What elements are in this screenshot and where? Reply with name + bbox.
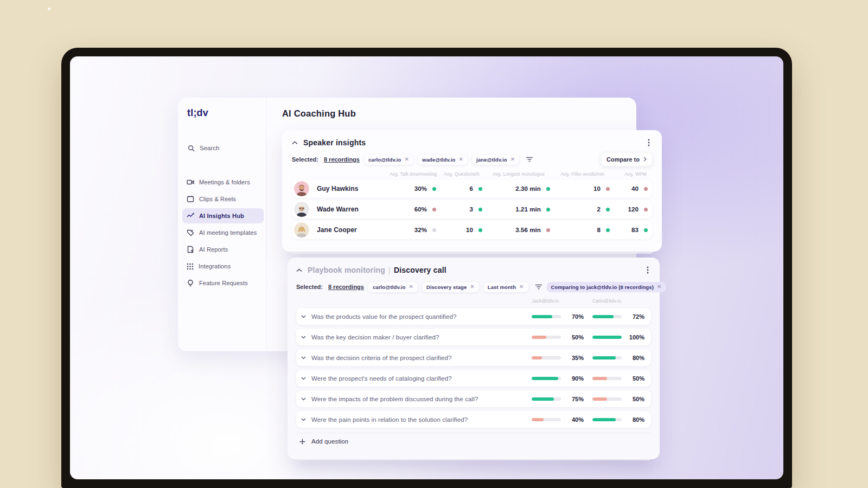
status-dot (546, 228, 550, 232)
question-row[interactable]: Were the prospect's needs of cataloging … (296, 370, 651, 387)
jack-score: 40% (529, 416, 590, 423)
close-icon[interactable]: ✕ (470, 284, 474, 290)
table-row[interactable]: Guy Hawkins 30% 6 2.30 min 10 40 (292, 179, 652, 198)
metric-monologue: 3.56 min (490, 227, 558, 233)
sidebar-item-label: AI Insights Hub (199, 213, 244, 219)
avatar (294, 222, 309, 237)
kebab-menu-icon[interactable] (646, 138, 652, 147)
sidebar: tl;dv Search Meetings & folders (178, 98, 267, 351)
status-dot (432, 187, 436, 191)
column-header: Avg. Talk time/meeting (390, 171, 444, 177)
status-dot (644, 187, 648, 191)
compare-to-button[interactable]: Compare to (601, 153, 652, 166)
chevron-up-icon[interactable] (292, 141, 298, 145)
metric-talk-time: 60% (390, 206, 444, 213)
metric-talk-time: 30% (390, 185, 444, 192)
sidebar-item-label: AI Reports (199, 246, 228, 253)
question-row[interactable]: Were the pain points in relation to the … (296, 411, 651, 428)
selected-recordings-link[interactable]: 8 recordings (328, 284, 364, 290)
metric-wpm: 83 (617, 227, 652, 233)
speaker-name: Wade Warren (314, 206, 390, 213)
close-icon[interactable]: ✕ (409, 284, 413, 290)
speaker-table-header: Avg. Talk time/meeting Avg. Questions/h … (292, 171, 652, 177)
metric-filler-words: 2 (558, 206, 617, 213)
filter-chip-wade[interactable]: wade@tldv.io ✕ (418, 155, 468, 165)
chevron-down-icon[interactable] (296, 418, 310, 421)
question-row[interactable]: Were the impacts of the problem discusse… (296, 390, 651, 407)
table-row[interactable]: Wade Warren 60% 3 1.21 min 2 120 (292, 200, 652, 219)
carlo-score: 80% (590, 416, 651, 423)
table-row[interactable]: Jane Cooper 32% 10 3.56 min 8 83 (292, 221, 652, 239)
metric-wpm: 120 (617, 206, 652, 213)
column-header-jack: Jack@tldv.io (529, 298, 590, 304)
jack-score: 70% (529, 313, 590, 320)
clips-icon (187, 195, 194, 203)
filter-icon[interactable] (526, 157, 533, 162)
close-icon[interactable]: ✕ (510, 157, 515, 162)
status-dot (644, 208, 648, 211)
sidebar-nav: Meetings & folders Clips & Reels AI Insi… (182, 175, 264, 291)
chevron-down-icon[interactable] (296, 397, 310, 401)
filter-chip-last-month[interactable]: Last month ✕ (483, 282, 528, 292)
status-dot (644, 228, 648, 232)
status-dot (478, 187, 482, 191)
jack-score: 90% (529, 375, 590, 382)
comparing-to-chip[interactable]: Comparing to jack@tldv.io (8 recordings)… (547, 282, 666, 292)
tldv-logo: tl;dv (187, 107, 208, 119)
metric-talk-time: 32% (390, 227, 444, 233)
status-dot (432, 208, 436, 211)
kebab-menu-icon[interactable] (644, 265, 651, 275)
chevron-down-icon[interactable] (296, 377, 310, 380)
comparing-to-label: Comparing to jack@tldv.io (8 recordings) (551, 284, 654, 290)
sidebar-item-ai-meeting-templates[interactable]: AI meeting templates (182, 225, 264, 240)
chevron-down-icon[interactable] (296, 356, 310, 359)
jack-score: 35% (529, 355, 590, 361)
chevron-down-icon[interactable] (296, 336, 310, 339)
sidebar-item-clips-reels[interactable]: Clips & Reels (182, 191, 264, 207)
sidebar-item-feature-requests[interactable]: Feature Requests (182, 275, 264, 291)
sidebar-item-ai-insights-hub[interactable]: AI Insights Hub (182, 208, 264, 223)
status-dot (546, 208, 550, 211)
sidebar-item-meetings-folders[interactable]: Meetings & folders (182, 175, 264, 190)
filter-chip-carlo[interactable]: carlo@tldv.io ✕ (364, 155, 413, 165)
close-icon[interactable]: ✕ (519, 284, 524, 290)
plus-icon (299, 439, 305, 445)
question-row[interactable]: Was the products value for the prospect … (296, 308, 651, 325)
filter-icon[interactable] (535, 284, 542, 290)
video-camera-icon (187, 178, 194, 186)
search-label: Search (200, 145, 219, 151)
filter-chip-discovery-stage[interactable]: Discovery stage ✕ (422, 282, 479, 292)
question-text: Were the prospect's needs of cataloging … (310, 375, 529, 382)
compare-to-label: Compare to (607, 156, 640, 163)
chevron-right-icon (643, 156, 647, 163)
metric-questions: 10 (444, 227, 490, 233)
question-row[interactable]: Was the key decision maker / buyer clari… (296, 329, 651, 345)
filter-chip-jane[interactable]: jane@tldv.io ✕ (472, 155, 519, 165)
close-icon[interactable]: ✕ (405, 157, 409, 162)
close-icon[interactable]: ✕ (458, 157, 463, 162)
card-title: Playbook monitoring|Discovery call (308, 266, 446, 274)
chevron-up-icon[interactable] (296, 268, 302, 272)
title-divider: | (388, 266, 391, 274)
sidebar-item-label: Meetings & folders (199, 179, 250, 185)
metric-wpm: 40 (617, 185, 652, 192)
playbook-monitoring-label: Playbook monitoring (308, 266, 385, 274)
column-header: Avg. WPM (617, 171, 652, 177)
add-question-button[interactable]: Add question (296, 433, 651, 445)
status-dot (432, 228, 436, 232)
status-dot (606, 208, 610, 211)
chevron-down-icon[interactable] (296, 315, 310, 318)
selected-recordings-link[interactable]: 8 recordings (324, 156, 360, 163)
search-input[interactable]: Search (183, 141, 261, 155)
question-row[interactable]: Was the decision criteria of the prospec… (296, 349, 651, 366)
filter-chip-carlo[interactable]: carlo@tldv.io ✕ (368, 282, 418, 292)
sidebar-item-integrations[interactable]: Integrations (182, 259, 264, 274)
close-icon[interactable]: ✕ (657, 284, 661, 290)
sidebar-item-label: Integrations (199, 263, 231, 269)
sidebar-item-ai-reports[interactable]: AI Reports (182, 242, 264, 257)
chip-label: Discovery stage (426, 284, 467, 290)
add-question-label: Add question (311, 438, 348, 445)
question-text: Were the pain points in relation to the … (310, 416, 529, 423)
column-header: Avg. Filler words/min (558, 171, 617, 177)
grid-dots-icon (187, 263, 194, 270)
